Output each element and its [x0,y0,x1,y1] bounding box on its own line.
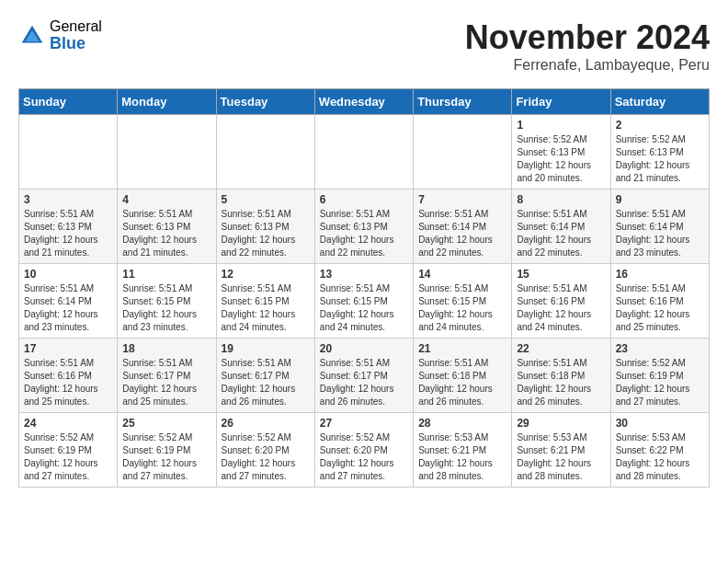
calendar-cell: 7Sunrise: 5:51 AM Sunset: 6:14 PM Daylig… [414,190,512,264]
day-number: 18 [122,342,210,355]
calendar-cell: 8Sunrise: 5:51 AM Sunset: 6:14 PM Daylig… [512,190,610,264]
calendar-cell: 11Sunrise: 5:51 AM Sunset: 6:15 PM Dayli… [118,264,216,339]
calendar-cell [314,115,413,190]
day-number: 2 [616,119,704,132]
day-number: 19 [222,342,310,355]
calendar-cell: 20Sunrise: 5:51 AM Sunset: 6:17 PM Dayli… [314,339,413,413]
day-info: Sunrise: 5:51 AM Sunset: 6:15 PM Dayligh… [222,282,310,334]
day-info: Sunrise: 5:51 AM Sunset: 6:16 PM Dayligh… [517,282,605,334]
day-number: 29 [517,417,605,430]
calendar-week-3: 10Sunrise: 5:51 AM Sunset: 6:14 PM Dayli… [19,264,710,339]
day-number: 10 [24,268,112,281]
calendar-cell: 15Sunrise: 5:51 AM Sunset: 6:16 PM Dayli… [512,264,610,339]
calendar-cell [19,115,118,190]
day-number: 21 [418,342,506,355]
calendar-cell: 21Sunrise: 5:51 AM Sunset: 6:18 PM Dayli… [414,339,512,413]
day-number: 27 [320,417,408,430]
calendar-cell [216,115,314,190]
header-thursday: Thursday [414,89,512,115]
day-info: Sunrise: 5:51 AM Sunset: 6:13 PM Dayligh… [24,208,112,259]
day-info: Sunrise: 5:52 AM Sunset: 6:19 PM Dayligh… [616,357,704,408]
day-number: 25 [122,417,210,430]
day-info: Sunrise: 5:51 AM Sunset: 6:14 PM Dayligh… [616,208,704,259]
day-info: Sunrise: 5:51 AM Sunset: 6:14 PM Dayligh… [24,282,112,334]
day-info: Sunrise: 5:52 AM Sunset: 6:20 PM Dayligh… [320,431,408,483]
day-number: 6 [320,193,408,206]
day-number: 20 [320,342,408,355]
calendar-week-1: 1Sunrise: 5:52 AM Sunset: 6:13 PM Daylig… [19,115,710,190]
header-tuesday: Tuesday [216,89,314,115]
day-number: 23 [616,342,704,355]
header-saturday: Saturday [610,89,709,115]
logo-icon [18,22,46,50]
calendar-cell: 24Sunrise: 5:52 AM Sunset: 6:19 PM Dayli… [19,413,118,488]
day-number: 22 [517,342,605,355]
logo-blue: Blue [50,35,102,53]
header-sunday: Sunday [19,89,118,115]
day-info: Sunrise: 5:51 AM Sunset: 6:17 PM Dayligh… [320,357,408,408]
day-number: 7 [418,193,506,206]
calendar-cell [118,115,216,190]
calendar-cell: 19Sunrise: 5:51 AM Sunset: 6:17 PM Dayli… [216,339,314,413]
calendar-cell: 14Sunrise: 5:51 AM Sunset: 6:15 PM Dayli… [414,264,512,339]
day-info: Sunrise: 5:52 AM Sunset: 6:19 PM Dayligh… [24,431,112,483]
location: Ferrenafe, Lambayeque, Peru [465,57,710,74]
calendar-cell: 29Sunrise: 5:53 AM Sunset: 6:21 PM Dayli… [512,413,610,488]
calendar-week-5: 24Sunrise: 5:52 AM Sunset: 6:19 PM Dayli… [19,413,710,488]
day-info: Sunrise: 5:51 AM Sunset: 6:15 PM Dayligh… [122,282,210,334]
day-number: 14 [418,268,506,281]
calendar-cell: 10Sunrise: 5:51 AM Sunset: 6:14 PM Dayli… [19,264,118,339]
day-info: Sunrise: 5:51 AM Sunset: 6:14 PM Dayligh… [517,208,605,259]
calendar-week-4: 17Sunrise: 5:51 AM Sunset: 6:16 PM Dayli… [19,339,710,413]
day-number: 17 [24,342,112,355]
logo: General Blue [18,18,102,52]
calendar-cell: 13Sunrise: 5:51 AM Sunset: 6:15 PM Dayli… [314,264,413,339]
calendar-header-row: SundayMondayTuesdayWednesdayThursdayFrid… [19,89,710,115]
calendar-cell: 27Sunrise: 5:52 AM Sunset: 6:20 PM Dayli… [314,413,413,488]
day-number: 13 [320,268,408,281]
calendar-cell: 25Sunrise: 5:52 AM Sunset: 6:19 PM Dayli… [118,413,216,488]
calendar-cell: 9Sunrise: 5:51 AM Sunset: 6:14 PM Daylig… [610,190,709,264]
day-info: Sunrise: 5:52 AM Sunset: 6:19 PM Dayligh… [122,431,210,483]
header-monday: Monday [118,89,216,115]
day-info: Sunrise: 5:53 AM Sunset: 6:21 PM Dayligh… [418,431,506,483]
day-number: 30 [616,417,704,430]
logo-general: General [50,18,102,35]
day-number: 8 [517,193,605,206]
day-info: Sunrise: 5:51 AM Sunset: 6:13 PM Dayligh… [122,208,210,259]
day-number: 1 [517,119,605,132]
day-info: Sunrise: 5:52 AM Sunset: 6:13 PM Dayligh… [517,133,605,185]
calendar-cell: 4Sunrise: 5:51 AM Sunset: 6:13 PM Daylig… [118,190,216,264]
page-header: General Blue November 2024 Ferrenafe, La… [18,18,710,74]
day-number: 15 [517,268,605,281]
day-info: Sunrise: 5:52 AM Sunset: 6:13 PM Dayligh… [616,133,704,185]
header-friday: Friday [512,89,610,115]
calendar-cell [414,115,512,190]
day-info: Sunrise: 5:51 AM Sunset: 6:15 PM Dayligh… [320,282,408,334]
day-info: Sunrise: 5:51 AM Sunset: 6:13 PM Dayligh… [222,208,310,259]
day-info: Sunrise: 5:51 AM Sunset: 6:16 PM Dayligh… [24,357,112,408]
calendar-cell: 30Sunrise: 5:53 AM Sunset: 6:22 PM Dayli… [610,413,709,488]
day-info: Sunrise: 5:53 AM Sunset: 6:22 PM Dayligh… [616,431,704,483]
month-title: November 2024 [465,18,710,57]
title-block: November 2024 Ferrenafe, Lambayeque, Per… [465,18,710,74]
calendar-cell: 17Sunrise: 5:51 AM Sunset: 6:16 PM Dayli… [19,339,118,413]
day-info: Sunrise: 5:51 AM Sunset: 6:18 PM Dayligh… [418,357,506,408]
day-info: Sunrise: 5:53 AM Sunset: 6:21 PM Dayligh… [517,431,605,483]
day-number: 4 [122,193,210,206]
day-number: 5 [222,193,310,206]
calendar-cell: 18Sunrise: 5:51 AM Sunset: 6:17 PM Dayli… [118,339,216,413]
day-info: Sunrise: 5:51 AM Sunset: 6:17 PM Dayligh… [222,357,310,408]
day-info: Sunrise: 5:51 AM Sunset: 6:13 PM Dayligh… [320,208,408,259]
calendar-cell: 26Sunrise: 5:52 AM Sunset: 6:20 PM Dayli… [216,413,314,488]
day-info: Sunrise: 5:51 AM Sunset: 6:18 PM Dayligh… [517,357,605,408]
calendar-cell: 3Sunrise: 5:51 AM Sunset: 6:13 PM Daylig… [19,190,118,264]
day-number: 3 [24,193,112,206]
day-info: Sunrise: 5:51 AM Sunset: 6:16 PM Dayligh… [616,282,704,334]
calendar-cell: 23Sunrise: 5:52 AM Sunset: 6:19 PM Dayli… [610,339,709,413]
day-number: 26 [222,417,310,430]
calendar-week-2: 3Sunrise: 5:51 AM Sunset: 6:13 PM Daylig… [19,190,710,264]
calendar: SundayMondayTuesdayWednesdayThursdayFrid… [18,88,710,488]
day-number: 24 [24,417,112,430]
header-wednesday: Wednesday [314,89,413,115]
